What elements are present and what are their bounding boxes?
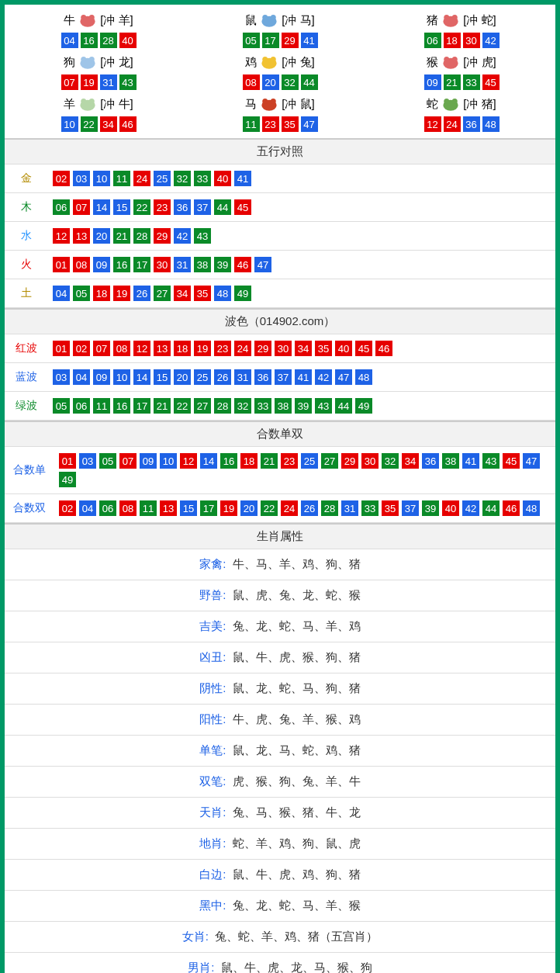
zodiac-title: 蛇 [冲 猪] [371,95,552,113]
ball-09: 09 [93,369,110,385]
ball-19: 19 [194,341,211,356]
ball-47: 47 [523,453,540,469]
ball-06: 06 [424,33,441,48]
row-balls: 03040910141520252631363741424748 [53,369,551,385]
ball-12: 12 [53,228,70,244]
ball-33: 33 [361,500,379,516]
ball-45: 45 [234,199,251,215]
ball-02: 02 [73,341,90,356]
ball-26: 26 [133,286,150,301]
zodiac-balls: 11233547 [243,116,318,132]
row-label: 木 [5,193,48,222]
svg-point-5 [271,15,276,20]
ball-26: 26 [214,369,231,385]
ball-46: 46 [375,341,392,356]
row-label: 蓝波 [5,363,48,392]
ball-06: 06 [73,398,90,414]
ball-22: 22 [261,500,278,516]
ball-39: 39 [295,398,312,414]
table-row: 火 0108091617303138394647 [5,251,555,279]
ball-21: 21 [444,74,461,90]
zodiac-name: 猪 [427,13,438,28]
ball-47: 47 [254,257,271,272]
ball-40: 40 [335,341,352,356]
ball-31: 31 [234,369,251,385]
attribute-val: 牛、虎、兔、羊、猴、鸡 [233,712,361,725]
zodiac-animal-icon [77,53,99,71]
ball-05: 05 [53,398,70,414]
attribute-val: 鼠、牛、虎、龙、马、猴、狗 [221,961,372,973]
zodiac-balls: 09213345 [424,74,500,90]
ball-38: 38 [442,453,459,469]
table-row: 土 04051819262734354849 [5,279,555,308]
ball-15: 15 [113,199,130,215]
section-header-heshu: 合数单双 [5,421,555,447]
ball-10: 10 [113,369,130,385]
svg-point-16 [444,57,449,62]
zodiac-animal-icon [258,11,280,29]
ball-08: 08 [119,500,137,516]
ball-17: 17 [262,33,279,48]
zodiac-name: 马 [245,97,257,112]
attribute-key: 家禽: [199,557,226,570]
ball-45: 45 [482,74,500,90]
ball-18: 18 [174,341,191,356]
ball-19: 19 [81,74,98,90]
ball-08: 08 [243,74,260,90]
ball-20: 20 [240,500,258,516]
row-balls-cell: 03040910141520252631363741424748 [48,363,555,392]
ball-23: 23 [154,199,171,215]
zodiac-title: 羊 [冲 牛] [8,95,189,113]
ball-16: 16 [81,33,98,48]
ball-14: 14 [93,199,110,215]
ball-33: 33 [194,171,211,186]
zodiac-clash: [冲 马] [282,13,315,28]
ball-27: 27 [194,398,211,414]
ball-38: 38 [275,398,292,414]
zodiac-title: 马 [冲 鼠] [189,95,371,113]
ball-05: 05 [73,286,90,301]
ball-20: 20 [174,369,191,385]
svg-point-4 [262,15,268,20]
zodiac-name: 蛇 [427,97,438,112]
zodiac-title: 牛 [冲 羊] [8,11,189,29]
row-balls-cell: 0108091617303138394647 [48,251,555,279]
ball-06: 06 [99,500,116,516]
ball-45: 45 [355,341,372,356]
ball-30: 30 [361,453,379,469]
row-balls: 04051819262734354849 [53,286,551,301]
zodiac-clash: [冲 猪] [463,97,496,112]
ball-01: 01 [59,453,76,469]
ball-13: 13 [154,341,171,356]
ball-36: 36 [463,116,480,132]
ball-42: 42 [482,33,500,48]
ball-35: 35 [194,286,211,301]
ball-20: 20 [93,228,110,244]
section-header-attr: 生肖属性 [5,523,555,549]
ball-42: 42 [315,369,332,385]
row-label: 绿波 [5,392,48,421]
ball-32: 32 [382,453,399,469]
ball-21: 21 [113,228,130,244]
ball-24: 24 [133,171,150,186]
ball-13: 13 [73,228,90,244]
zodiac-clash: [冲 羊] [100,13,133,28]
attribute-key: 男肖: [188,961,214,973]
svg-point-13 [262,57,268,62]
ball-22: 22 [133,199,150,215]
ball-25: 25 [154,171,171,186]
ball-03: 03 [79,453,96,469]
ball-17: 17 [200,500,217,516]
ball-12: 12 [133,341,150,356]
attribute-row: 地肖: 蛇、羊、鸡、狗、鼠、虎 [5,829,555,860]
svg-point-1 [81,15,86,20]
zodiac-cell: 猪 [冲 蛇] 06183042 [371,11,552,48]
zodiac-name: 猴 [427,55,438,70]
ball-43: 43 [482,453,500,469]
ball-40: 40 [119,33,137,48]
ball-32: 32 [234,398,251,414]
ball-06: 06 [53,199,70,215]
ball-46: 46 [234,257,251,272]
row-balls-cell: 05061116172122272832333839434449 [48,392,555,421]
ball-14: 14 [200,453,217,469]
